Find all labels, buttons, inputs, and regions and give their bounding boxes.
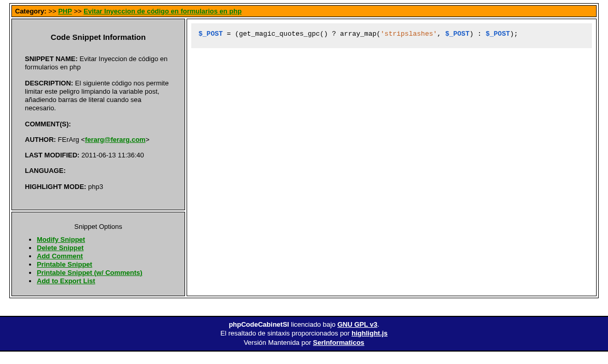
field-snippet-name: SNIPPET NAME: Evitar Inyeccion de código… [25,55,172,72]
footer-line-1: phpCodeCabinetSI licenciado bajo GNU GPL… [0,320,608,329]
list-item: Modify Snippet [37,236,174,243]
page-footer: phpCodeCabinetSI licenciado bajo GNU GPL… [0,316,608,352]
code-var: $_POST [199,30,223,38]
main-frame: Category: >> PHP >> Evitar Inyeccion de … [9,3,599,298]
content-row: Code Snippet Information SNIPPET NAME: E… [11,19,597,296]
breadcrumb: Category: >> PHP >> Evitar Inyeccion de … [11,5,597,17]
list-item: Printable Snippet (w/ Comments) [37,269,174,276]
code-text: ); [510,30,518,38]
author-name: FErArg < [58,136,85,143]
list-item: Add to Export List [37,277,174,285]
options-title: Snippet Options [22,223,174,230]
description-label: DESCRIPTION: [25,79,73,87]
footer-license-link[interactable]: GNU GPL v3 [337,321,377,328]
add-export-list-link[interactable]: Add to Export List [37,277,95,285]
list-item: Delete Snippet [37,244,174,252]
author-email-link[interactable]: ferarg@ferarg.com [85,136,146,143]
printable-snippet-link[interactable]: Printable Snippet [37,260,92,268]
snippet-info-heading: Code Snippet Information [25,33,172,41]
code-var: $_POST [486,30,510,38]
modify-snippet-link[interactable]: Modify Snippet [37,236,85,243]
author-suffix: > [146,136,150,143]
footer-text: licenciado bajo [289,321,337,328]
list-item: Printable Snippet [37,260,174,268]
code-text: , [437,30,445,38]
code-var: $_POST [445,30,470,38]
footer-text: El resaltado de sintaxis proporcionados … [220,329,351,337]
code-text: ) : [470,30,486,38]
highlight-value: php3 [88,183,103,191]
delete-snippet-link[interactable]: Delete Snippet [37,244,83,252]
code-block: $_POST = (get_magic_quotes_gpc() ? array… [191,23,592,48]
footer-app-name: phpCodeCabinetSI [229,321,289,328]
footer-line-3: Versión Mantenida por SerInformaticos [0,338,608,347]
options-list: Modify Snippet Delete Snippet Add Commen… [22,236,174,285]
footer-maintainer-link[interactable]: SerInformaticos [313,339,364,346]
left-column: Code Snippet Information SNIPPET NAME: E… [11,19,185,296]
code-string: 'stripslashes' [380,30,437,38]
language-label: LANGUAGE: [25,167,66,174]
field-language: LANGUAGE: [25,167,172,175]
snippet-name-label: SNIPPET NAME: [25,55,78,63]
list-item: Add Comment [37,252,174,260]
field-highlight-mode: HIGHLIGHT MODE: php3 [25,183,172,191]
comments-label: COMMENT(S): [25,120,71,128]
breadcrumb-sep: >> [48,7,56,15]
breadcrumb-sep: >> [74,7,81,15]
field-comments: COMMENT(S): [25,120,172,128]
breadcrumb-label: Category: [15,7,47,15]
code-column: $_POST = (get_magic_quotes_gpc() ? array… [187,19,597,296]
highlight-label: HIGHLIGHT MODE: [25,183,86,191]
printable-snippet-comments-link[interactable]: Printable Snippet (w/ Comments) [37,269,143,276]
field-description: DESCRIPTION: El siguiente código nos per… [25,79,172,113]
footer-highlightjs-link[interactable]: highlight.js [351,329,387,337]
breadcrumb-link-php[interactable]: PHP [58,7,72,15]
footer-text: Versión Mantenida por [244,339,313,346]
snippet-options-panel: Snippet Options Modify Snippet Delete Sn… [11,212,185,296]
author-label: AUTHOR: [25,136,56,143]
field-last-modified: LAST MODIFIED: 2011-06-13 11:36:40 [25,151,172,159]
field-author: AUTHOR: FErArg <ferarg@ferarg.com> [25,136,172,144]
footer-line-2: El resaltado de sintaxis proporcionados … [0,329,608,338]
add-comment-link[interactable]: Add Comment [37,252,83,260]
footer-text: . [377,321,379,328]
snippet-info-panel: Code Snippet Information SNIPPET NAME: E… [11,19,185,210]
last-modified-value: 2011-06-13 11:36:40 [81,151,144,159]
code-text: = (get_magic_quotes_gpc() ? array_map( [223,30,380,38]
breadcrumb-link-title[interactable]: Evitar Inyeccion de código en formulario… [83,7,242,15]
last-modified-label: LAST MODIFIED: [25,151,79,159]
